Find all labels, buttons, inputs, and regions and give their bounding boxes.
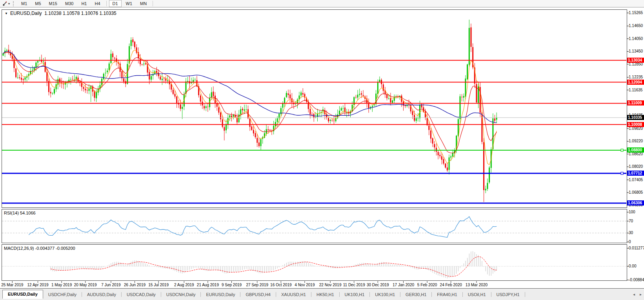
candle-down — [311, 114, 313, 115]
candle-down — [441, 156, 442, 160]
candle-down — [165, 78, 166, 80]
chevron-down-icon[interactable]: ▾ — [8, 2, 10, 5]
price-axis-label: 1.14650 — [629, 24, 643, 28]
candle-up — [211, 92, 212, 98]
date-axis-label: 4 Nov 2019 — [295, 283, 315, 287]
tab-scroll-right-icon[interactable]: ▸ — [640, 292, 642, 296]
timeframe-button-h1[interactable]: H1 — [78, 0, 90, 7]
timeframe-button-m15[interactable]: M15 — [45, 0, 61, 7]
price-axis-label: 1.09220 — [629, 139, 643, 143]
candle-up — [32, 70, 33, 70]
toolbar-separator — [106, 1, 107, 6]
candle-down — [269, 130, 271, 130]
price-level-badge: 1.10008 — [627, 122, 644, 127]
chart-tab-6-gbpusd-h4[interactable]: GBPUSD,H4 — [240, 291, 276, 298]
candle-down — [255, 133, 256, 137]
hline-handle[interactable] — [621, 172, 623, 175]
candle-down — [328, 118, 329, 122]
date-axis-label: 24 Feb 2020 — [440, 283, 462, 287]
candle-down — [175, 94, 176, 96]
chart-tab-8-hk50-h1[interactable]: HK50,H1 — [311, 291, 339, 298]
chart-tab-3-usdcad-daily[interactable]: USDCAD,Daily — [122, 291, 161, 298]
timeframe-button-h4[interactable]: H4 — [91, 0, 104, 7]
chart-tab-13-usoil-h1[interactable]: USOil,H1 — [463, 291, 491, 298]
macd-panel[interactable] — [2, 245, 627, 281]
chart-tab-9-uk100-h1[interactable]: UK100,H1 — [340, 291, 370, 298]
candle-up — [489, 167, 490, 182]
candle-down — [242, 109, 243, 110]
tab-scroll-left-icon[interactable]: ◂ — [633, 292, 635, 296]
candle-down — [21, 78, 22, 80]
timeframe-button-w1[interactable]: W1 — [122, 0, 136, 7]
toolbar-grip-handle[interactable] — [13, 1, 15, 6]
candle-up — [167, 80, 168, 81]
candle-up — [372, 106, 373, 107]
candle-down — [83, 87, 84, 89]
main-chart-panel[interactable] — [2, 10, 627, 208]
chart-tab-5-eurusd-daily[interactable]: EURUSD,Daily — [201, 291, 240, 298]
candle-up — [458, 119, 459, 136]
candle-up — [449, 157, 450, 170]
candle-down — [94, 91, 95, 98]
date-axis-label: 25 Mar 2019 — [1, 283, 23, 287]
candle-up — [417, 118, 418, 118]
candle-up — [246, 109, 247, 110]
candle-down — [436, 148, 437, 152]
symbol-dropdown-icon[interactable]: ▼ — [5, 12, 8, 15]
candle-up — [465, 78, 466, 96]
candle-down — [176, 96, 177, 103]
date-axis-label: 9 Sep 2019 — [222, 283, 242, 287]
chart-tab-0-eurusd-daily[interactable]: EURUSD,Daily — [2, 290, 43, 299]
chart-tab-12-fra40-h1[interactable]: FRA40,H1 — [432, 291, 462, 298]
chart-tab-14-usdjpy-h1[interactable]: USDJPY,H1 — [491, 291, 525, 298]
candle-down — [470, 27, 471, 47]
rsi-axis-label: 0 — [629, 240, 631, 244]
price-axis-label: 1.12235 — [629, 75, 643, 79]
candle-up — [226, 124, 227, 130]
candle-up — [233, 115, 234, 117]
candle-up — [357, 95, 358, 97]
timeframe-button-m5[interactable]: M5 — [31, 0, 44, 7]
timeframe-button-d1[interactable]: D1 — [109, 0, 122, 7]
timeframe-button-m1[interactable]: M1 — [18, 0, 31, 7]
tab-scroll-nav: ◂ ▸ — [633, 289, 642, 300]
chart-tab-10-uk100-h1[interactable]: UK100,H1 — [370, 291, 400, 298]
candle-down — [445, 164, 446, 167]
candle-down — [412, 111, 413, 115]
candle-up — [110, 54, 111, 63]
candle-up — [275, 122, 276, 126]
candle-up — [17, 78, 18, 78]
rsi-panel[interactable] — [2, 209, 627, 243]
hline-handle[interactable] — [621, 149, 623, 151]
price-chart-canvas[interactable] — [0, 7, 644, 300]
candle-up — [300, 93, 302, 96]
candle-up — [195, 80, 196, 80]
candle-down — [173, 90, 174, 94]
tab-separator — [525, 292, 525, 297]
candle-down — [216, 103, 218, 107]
price-axis-label: 1.14050 — [629, 36, 643, 41]
chart-tab-11-ger30-h1[interactable]: GER30,H1 — [400, 291, 431, 298]
candle-down — [142, 64, 143, 65]
candle-down — [207, 107, 208, 107]
chart-tab-7-xauusd-h1[interactable]: XAUUSD,H1 — [276, 291, 311, 298]
timeframe-button-m30[interactable]: M30 — [62, 0, 77, 7]
chart-tab-2-audusd-daily[interactable]: AUDUSD,Daily — [82, 291, 121, 298]
crosshair-cursor-icon[interactable] — [2, 1, 8, 7]
timeframe-button-mn[interactable]: MN — [136, 0, 150, 7]
candle-up — [394, 97, 395, 101]
candle-down — [160, 77, 161, 80]
price-axis-label: 1.06805 — [629, 190, 643, 195]
candle-down — [428, 125, 429, 130]
candle-up — [187, 81, 188, 82]
price-level-badge: 1.13034 — [627, 58, 644, 63]
candle-up — [469, 28, 470, 65]
candle-down — [383, 84, 384, 91]
candle-down — [438, 152, 439, 155]
candle-down — [180, 104, 181, 109]
candle-down — [145, 64, 146, 64]
price-axis-label: 1.11635 — [629, 88, 642, 92]
candle-down — [386, 95, 387, 98]
chart-tab-4-usdcnh-daily[interactable]: USDCNH,Daily — [161, 291, 201, 298]
chart-tab-1-usdchf-daily[interactable]: USDCHF,Daily — [43, 291, 82, 298]
